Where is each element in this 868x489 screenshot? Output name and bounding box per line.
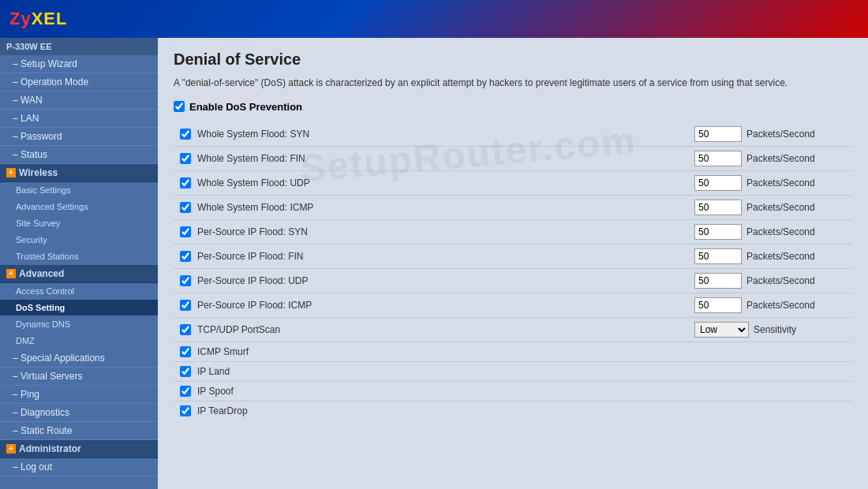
sidebar-sub-access-control[interactable]: Access Control [0, 283, 158, 300]
flood-check-tcp-udp-portscan [174, 324, 197, 335]
flood-input-wsf-udp[interactable] [694, 175, 742, 191]
flood-check-psf-syn [174, 226, 197, 237]
flood-label-ip-land: IP Land [197, 366, 852, 377]
flood-label-psf-fin: Per-Source IP Flood: FIN [197, 251, 694, 262]
flood-label-ip-teargroup: IP TearDrop [197, 405, 852, 416]
sidebar-sub-trusted-stations[interactable]: Trusted Stations [0, 248, 158, 265]
flood-unit-psf-udp: Packets/Second [746, 275, 815, 286]
sidebar-item-password[interactable]: – Password [0, 128, 158, 146]
flood-checkbox-wsf-icmp[interactable] [180, 202, 191, 213]
flood-checkbox-psf-udp[interactable] [180, 275, 191, 286]
sidebar-item-lan[interactable]: – LAN [0, 110, 158, 128]
flood-unit-psf-fin: Packets/Second [746, 251, 815, 262]
sidebar-sub-basic-settings[interactable]: Basic Settings [0, 182, 158, 199]
flood-input-psf-udp[interactable] [694, 273, 742, 289]
flood-label-tcp-udp-portscan: TCP/UDP PortScan [197, 324, 694, 335]
device-label: P-330W EE [0, 38, 158, 55]
section-expand-icon: + [6, 444, 16, 454]
sidebar-item-wan[interactable]: – WAN [0, 91, 158, 110]
sidebar-sub-dmz[interactable]: DMZ [0, 333, 158, 349]
flood-input-psf-fin[interactable] [694, 248, 742, 264]
sidebar-sub-security[interactable]: Security [0, 232, 158, 248]
enable-dos-checkbox[interactable] [174, 101, 185, 112]
sidebar: P-330W EE – Setup Wizard– Operation Mode… [0, 38, 158, 489]
section-label-advanced: Advanced [19, 268, 64, 279]
flood-row-ip-teargroup: IP TearDrop [174, 401, 852, 420]
sidebar-section-administrator[interactable]: +Administrator [0, 440, 158, 458]
flood-row-tcp-udp-portscan: TCP/UDP PortScanLowMediumHighSensitivity [174, 318, 852, 342]
flood-row-wsf-icmp: Whole System Flood: ICMPPackets/Second [174, 196, 852, 220]
flood-unit-wsf-icmp: Packets/Second [746, 202, 815, 213]
flood-unit-tcp-udp-portscan: Sensitivity [754, 324, 796, 335]
sidebar-item-static-route[interactable]: – Static Route [0, 422, 158, 440]
sidebar-item-setup-wizard[interactable]: – Setup Wizard [0, 55, 158, 73]
flood-checkbox-psf-syn[interactable] [180, 226, 191, 237]
flood-label-wsf-fin: Whole System Flood: FIN [197, 153, 694, 164]
flood-input-psf-icmp[interactable] [694, 297, 742, 313]
flood-input-wsf-icmp[interactable] [694, 200, 742, 215]
flood-row-wsf-syn: Whole System Flood: SYNPackets/Second [174, 122, 852, 147]
header: ZyXEL [0, 0, 868, 38]
flood-rows-container: Whole System Flood: SYNPackets/SecondWho… [174, 122, 852, 420]
sidebar-item-special-applications[interactable]: – Special Applications [0, 349, 158, 368]
flood-checkbox-icmp-smurf[interactable] [180, 346, 191, 357]
sensitivity-select-tcp-udp-portscan[interactable]: LowMediumHigh [694, 322, 749, 338]
flood-checkbox-psf-fin[interactable] [180, 251, 191, 262]
flood-input-area-psf-udp: Packets/Second [694, 273, 852, 289]
flood-check-wsf-icmp [174, 202, 197, 213]
sidebar-sub-site-survey[interactable]: Site Survey [0, 215, 158, 232]
flood-check-ip-spoof [174, 386, 197, 397]
flood-input-area-psf-fin: Packets/Second [694, 248, 852, 264]
flood-label-psf-udp: Per-Source IP Flood: UDP [197, 275, 694, 286]
flood-label-psf-syn: Per-Source IP Flood: SYN [197, 226, 694, 237]
flood-checkbox-wsf-fin[interactable] [180, 153, 191, 164]
flood-unit-wsf-udp: Packets/Second [746, 177, 815, 189]
flood-checkbox-wsf-syn[interactable] [180, 129, 191, 140]
flood-checkbox-ip-spoof[interactable] [180, 386, 191, 397]
sidebar-item-virtual-servers[interactable]: – Virtual Servers [0, 368, 158, 386]
flood-label-wsf-icmp: Whole System Flood: ICMP [197, 202, 694, 213]
sidebar-section-advanced[interactable]: +Advanced [0, 265, 158, 283]
flood-input-area-psf-syn: Packets/Second [694, 224, 852, 240]
flood-label-icmp-smurf: ICMP Smurf [197, 346, 852, 357]
sidebar-sub-dos-setting[interactable]: DoS Setting [0, 300, 158, 316]
section-label-administrator: Administrator [19, 443, 81, 454]
sidebar-item-operation-mode[interactable]: – Operation Mode [0, 73, 158, 91]
sidebar-item-diagnostics[interactable]: – Diagnostics [0, 404, 158, 422]
flood-check-wsf-udp [174, 177, 197, 189]
flood-input-wsf-syn[interactable] [694, 126, 742, 142]
flood-check-psf-icmp [174, 300, 197, 311]
flood-unit-wsf-fin: Packets/Second [746, 153, 815, 164]
flood-row-psf-fin: Per-Source IP Flood: FINPackets/Second [174, 244, 852, 269]
page-description: A "denial-of-service" (DoS) attack is ch… [174, 77, 805, 90]
sidebar-sub-advanced-settings[interactable]: Advanced Settings [0, 199, 158, 215]
sidebar-item-status[interactable]: – Status [0, 146, 158, 164]
flood-checkbox-tcp-udp-portscan[interactable] [180, 324, 191, 335]
flood-unit-psf-icmp: Packets/Second [746, 300, 815, 311]
form-section: Enable DoS Prevention Whole System Flood… [174, 101, 852, 420]
enable-dos-label: Enable DoS Prevention [189, 101, 302, 113]
flood-row-psf-udp: Per-Source IP Flood: UDPPackets/Second [174, 269, 852, 293]
logo-zy: Zy [9, 9, 32, 28]
flood-checkbox-ip-teargroup[interactable] [180, 405, 191, 416]
flood-input-area-wsf-udp: Packets/Second [694, 175, 852, 191]
logo: ZyXEL [9, 9, 67, 29]
flood-row-psf-syn: Per-Source IP Flood: SYNPackets/Second [174, 220, 852, 244]
flood-input-wsf-fin[interactable] [694, 151, 742, 166]
flood-label-wsf-syn: Whole System Flood: SYN [197, 129, 694, 140]
flood-checkbox-psf-icmp[interactable] [180, 300, 191, 311]
flood-check-psf-udp [174, 275, 197, 286]
flood-label-wsf-udp: Whole System Flood: UDP [197, 177, 694, 189]
main-layout: P-330W EE – Setup Wizard– Operation Mode… [0, 38, 868, 489]
page-title: Denial of Service [174, 50, 852, 69]
flood-input-area-wsf-icmp: Packets/Second [694, 200, 852, 215]
flood-checkbox-ip-land[interactable] [180, 366, 191, 377]
sidebar-item-ping[interactable]: – Ping [0, 386, 158, 404]
flood-check-wsf-syn [174, 129, 197, 140]
sidebar-section-wireless[interactable]: +Wireless [0, 164, 158, 182]
flood-checkbox-wsf-udp[interactable] [180, 177, 191, 189]
flood-input-psf-syn[interactable] [694, 224, 742, 240]
sidebar-item-log-out[interactable]: – Log out [0, 458, 158, 476]
flood-row-ip-spoof: IP Spoof [174, 382, 852, 401]
sidebar-sub-dynamic-dns[interactable]: Dynamic DNS [0, 316, 158, 333]
